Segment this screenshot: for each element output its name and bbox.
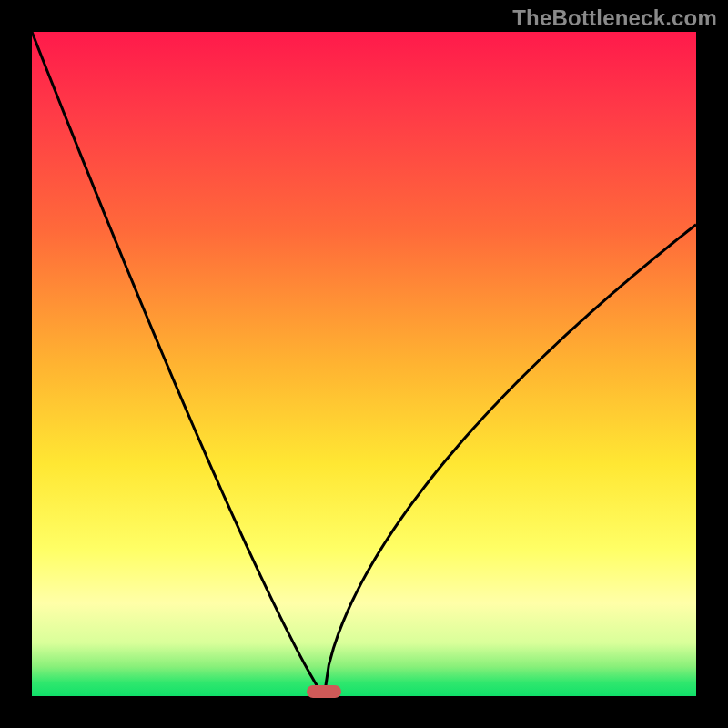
gradient-background	[32, 32, 696, 696]
plot-area	[32, 32, 696, 696]
chart-frame: TheBottleneck.com	[0, 0, 728, 728]
watermark-text: TheBottleneck.com	[512, 5, 717, 31]
gradient-plot	[32, 32, 696, 696]
minimum-marker	[307, 685, 341, 698]
